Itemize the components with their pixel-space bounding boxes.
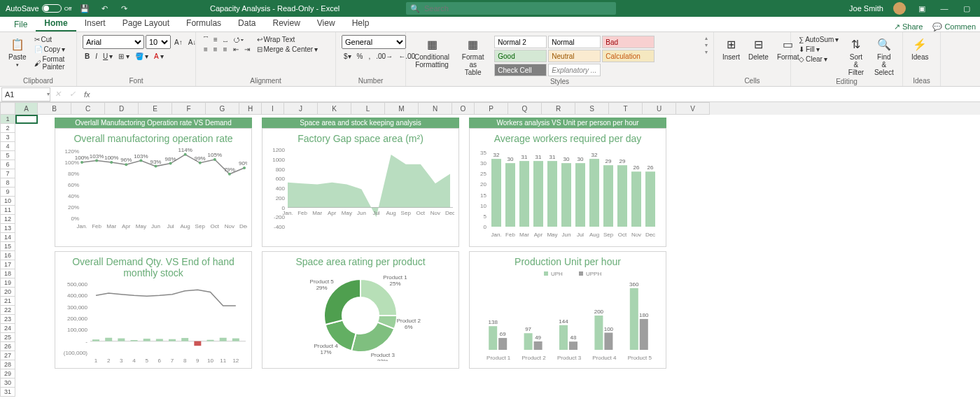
increase-font-button[interactable]: A↑	[172, 38, 185, 47]
cell-style-good[interactable]: Good	[494, 50, 547, 62]
cell-style-explanatory----[interactable]: Explanatory ...	[548, 64, 601, 76]
col-header-T[interactable]: T	[609, 102, 643, 115]
row-header-29[interactable]: 29	[0, 369, 15, 379]
align-left-button[interactable]: ≡	[202, 45, 210, 54]
redo-icon[interactable]: ↷	[118, 2, 130, 15]
align-top-button[interactable]: ⎴	[202, 35, 210, 44]
sort-filter-button[interactable]: ⇅Sort & Filter	[844, 35, 868, 78]
row-header-6[interactable]: 6	[0, 160, 15, 169]
ideas-button[interactable]: ⚡Ideas	[909, 35, 931, 62]
col-header-F[interactable]: F	[172, 102, 206, 115]
comments-button[interactable]: 💬 Commen	[932, 22, 976, 31]
bold-button[interactable]: B	[83, 52, 92, 61]
wrap-text-button[interactable]: ↩Wrap Text	[255, 35, 321, 44]
paste-button[interactable]: 📋 Paste ▾	[6, 35, 29, 69]
col-header-S[interactable]: S	[575, 102, 609, 115]
row-header-23[interactable]: 23	[0, 315, 15, 324]
row-header-17[interactable]: 17	[0, 260, 15, 269]
col-header-G[interactable]: G	[206, 102, 239, 115]
col-header-K[interactable]: K	[318, 102, 351, 115]
row-header-14[interactable]: 14	[0, 233, 15, 242]
maximize-icon[interactable]: ▢	[960, 2, 973, 15]
increase-indent-button[interactable]: ⇥	[242, 45, 252, 54]
row-header-5[interactable]: 5	[0, 151, 15, 160]
align-right-button[interactable]: ≡	[221, 45, 230, 54]
tab-insert[interactable]: Insert	[76, 16, 114, 31]
row-header-20[interactable]: 20	[0, 288, 15, 297]
select-all-corner[interactable]	[0, 102, 15, 115]
format-painter-button[interactable]: 🖌Format Painter	[32, 55, 71, 71]
tab-file[interactable]: File	[6, 17, 36, 31]
col-header-D[interactable]: D	[105, 102, 139, 115]
row-header-7[interactable]: 7	[0, 169, 15, 178]
chart-operation-rate[interactable]: Overall manufactoring operation rate 0%2…	[55, 128, 252, 247]
autosum-button[interactable]: ∑ AutoSum ▾	[797, 35, 841, 44]
tab-page-layout[interactable]: Page Layout	[114, 16, 178, 31]
row-header-15[interactable]: 15	[0, 242, 15, 251]
col-header-L[interactable]: L	[351, 102, 385, 115]
col-header-H[interactable]: H	[239, 102, 262, 115]
delete-cells-button[interactable]: ⊟Delete	[746, 35, 771, 62]
autosave-toggle[interactable]: AutoSave Off	[6, 4, 71, 13]
cell-style-neutral[interactable]: Neutral	[548, 50, 601, 62]
cut-button[interactable]: ✂Cut	[32, 35, 71, 44]
col-header-A[interactable]: A	[15, 102, 38, 115]
tab-formulas[interactable]: Formulas	[178, 16, 230, 31]
cell-style-bad[interactable]: Bad	[602, 36, 654, 48]
cell-style-normal[interactable]: Normal	[548, 36, 601, 48]
search-input[interactable]	[424, 4, 612, 13]
find-select-button[interactable]: 🔍Find & Select	[872, 35, 897, 78]
percent-format-button[interactable]: %	[355, 52, 365, 61]
ribbon-display-icon[interactable]: ▣	[916, 2, 928, 15]
col-header-V[interactable]: V	[676, 102, 710, 115]
fill-button[interactable]: ⬇ Fill ▾	[797, 45, 841, 54]
col-header-O[interactable]: O	[452, 102, 475, 115]
orientation-button[interactable]: ⭯▾	[231, 35, 246, 44]
col-header-M[interactable]: M	[385, 102, 419, 115]
cell-style-calculation[interactable]: Calculation	[602, 50, 654, 62]
font-size-select[interactable]: 10	[146, 35, 171, 49]
col-header-B[interactable]: B	[38, 102, 71, 115]
name-box[interactable]: A1▾	[1, 87, 50, 101]
row-header-16[interactable]: 16	[0, 251, 15, 260]
chart-workers[interactable]: Average workers required per day 0510152…	[469, 128, 666, 247]
merge-center-button[interactable]: ⊟Merge & Center ▾	[255, 45, 321, 54]
styles-scroll-up[interactable]: ▴	[705, 35, 708, 41]
conditional-formatting-button[interactable]: ▦Conditional Formatting	[412, 35, 452, 70]
format-as-table-button[interactable]: ▦Format as Table	[455, 35, 491, 78]
chart-uph[interactable]: Production Unit per hour UPHUPPH13869Pro…	[469, 251, 666, 369]
increase-decimal-button[interactable]: .00→	[374, 52, 395, 61]
row-header-19[interactable]: 19	[0, 278, 15, 288]
align-center-button[interactable]: ≡	[211, 45, 220, 54]
row-header-13[interactable]: 13	[0, 224, 15, 233]
col-header-E[interactable]: E	[139, 102, 172, 115]
row-header-28[interactable]: 28	[0, 360, 15, 369]
row-header-24[interactable]: 24	[0, 324, 15, 333]
worksheet[interactable]: ABCDEFGHIJKLMNOPQRSTUV 12345678910111213…	[0, 102, 980, 403]
align-bottom-button[interactable]: ⎵	[221, 35, 230, 44]
copy-button[interactable]: 📄Copy ▾	[32, 45, 71, 54]
user-avatar-icon[interactable]	[893, 2, 906, 15]
font-color-button[interactable]: A▾	[152, 52, 166, 61]
comma-format-button[interactable]: ,	[366, 52, 372, 61]
row-header-26[interactable]: 26	[0, 342, 15, 351]
col-header-I[interactable]: I	[262, 102, 284, 115]
row-header-10[interactable]: 10	[0, 197, 15, 206]
row-header-30[interactable]: 30	[0, 379, 15, 388]
row-header-3[interactable]: 3	[0, 133, 15, 142]
row-header-21[interactable]: 21	[0, 297, 15, 306]
row-header-1[interactable]: 1	[0, 115, 15, 124]
styles-more[interactable]: ▾	[705, 49, 708, 55]
row-header-12[interactable]: 12	[0, 215, 15, 224]
row-header-31[interactable]: 31	[0, 388, 15, 397]
align-middle-button[interactable]: ≡	[211, 35, 220, 44]
minimize-icon[interactable]: —	[938, 2, 951, 15]
row-header-2[interactable]: 2	[0, 124, 15, 133]
row-header-25[interactable]: 25	[0, 333, 15, 342]
chart-gap-space[interactable]: Factory Gap space area (m²) -400-2000200…	[262, 128, 459, 247]
col-header-C[interactable]: C	[71, 102, 105, 115]
chart-demand-stock[interactable]: Overall Demand Qty. VS End of hand month…	[55, 251, 252, 369]
col-header-J[interactable]: J	[284, 102, 318, 115]
clear-button[interactable]: ◇ Clear ▾	[797, 55, 841, 64]
row-header-4[interactable]: 4	[0, 142, 15, 151]
